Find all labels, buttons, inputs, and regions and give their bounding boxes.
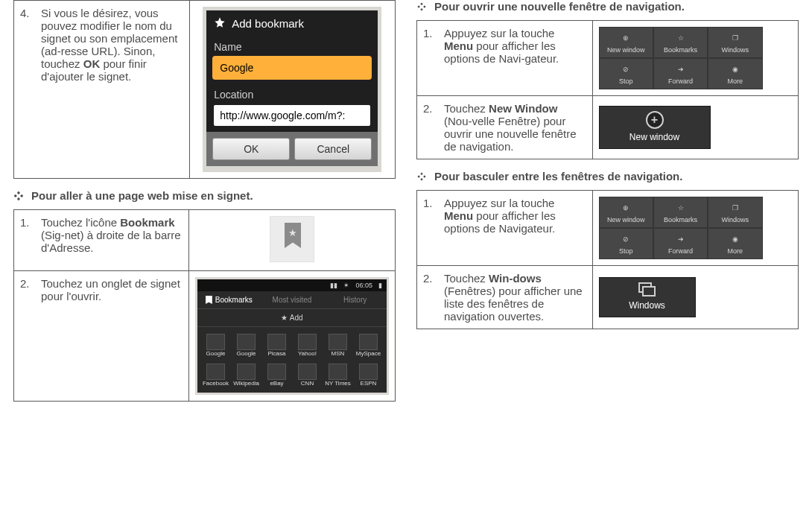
bookmarks-screen: ▮▮ ✶ 06:05 ▮ Bookmarks Most visited Hist… bbox=[195, 277, 389, 395]
a1-text-cell: 1. Appuyez sur la touche Menu pour affic… bbox=[417, 21, 593, 96]
status-bar: ▮▮ ✶ 06:05 ▮ bbox=[197, 279, 387, 291]
menu-forward[interactable]: ➔Forward bbox=[653, 228, 708, 259]
step4-text-cell: 4. Si vous le désirez, vous pouvez modif… bbox=[14, 1, 190, 179]
plus-circle-icon: ⊕ bbox=[620, 32, 632, 44]
more-icon: ◉ bbox=[729, 233, 741, 245]
name-field[interactable]: Google bbox=[214, 57, 370, 78]
table-new-window: 1. Appuyez sur la touche Menu pour affic… bbox=[416, 20, 799, 159]
windows-icon: ❐ bbox=[729, 32, 741, 44]
stop-icon: ⊘ bbox=[620, 63, 632, 75]
bookmark-tabs: Bookmarks Most visited History bbox=[197, 291, 387, 308]
dialog-titlebar: Add bookmark bbox=[206, 10, 378, 37]
heading-goto-bookmark: Pour aller à une page web mise en signet… bbox=[13, 189, 396, 202]
plus-circle-icon: ⊕ bbox=[620, 202, 632, 214]
a1-text: Appuyez sur la touche Menu pour afficher… bbox=[444, 27, 586, 65]
right-column: Pour ouvrir une nouvelle fenêtre de navi… bbox=[416, 0, 799, 402]
dialog-button-row: OK Cancel bbox=[206, 132, 378, 166]
bookmark-tile[interactable]: Facebook bbox=[202, 361, 229, 388]
menu-windows[interactable]: ❐Windows bbox=[708, 197, 762, 228]
step-number: 2. bbox=[20, 277, 34, 302]
step-number: 2. bbox=[423, 272, 437, 323]
bookmark-icon[interactable]: ★ bbox=[270, 216, 314, 262]
bookmark-icon: ☆ bbox=[675, 32, 687, 44]
windows-button[interactable]: Windows bbox=[599, 277, 696, 317]
bookmark-tile[interactable]: MySpace bbox=[355, 332, 382, 358]
b2-image-cell: Windows bbox=[592, 266, 798, 329]
a2-text: Touchez New Window (Nou-velle Fenêtre) p… bbox=[444, 102, 586, 153]
a1-image-cell: ⊕New window ☆Bookmarks ❐Windows ⊘Stop ➔F… bbox=[592, 21, 798, 96]
arrow-right-icon: ➔ bbox=[675, 63, 687, 75]
menu-more[interactable]: ◉More bbox=[708, 58, 762, 89]
windows-label: Windows bbox=[629, 300, 665, 311]
star-icon bbox=[214, 16, 226, 31]
bookmarks-grid: Google Google Picasa Yahoo! MSN MySpace … bbox=[197, 327, 387, 393]
s1-text: Touchez l'icône Bookmark (Sig-net) à dro… bbox=[41, 216, 183, 254]
menu-windows[interactable]: ❐Windows bbox=[708, 27, 762, 58]
tab-history[interactable]: History bbox=[323, 291, 387, 308]
b1-image-cell: ⊕New window ☆Bookmarks ❐Windows ⊘Stop ➔F… bbox=[592, 191, 798, 266]
step-number: 1. bbox=[20, 216, 34, 254]
s2-text-cell: 2. Touchez un onglet de signet pour l'ou… bbox=[14, 271, 189, 402]
diamond-icon bbox=[416, 1, 427, 12]
arrow-right-icon: ➔ bbox=[675, 233, 687, 245]
plus-circle-icon: + bbox=[646, 111, 664, 129]
heading-text: Pour aller à une page web mise en signet… bbox=[31, 189, 253, 202]
bookmark-tile[interactable]: Google bbox=[232, 332, 260, 358]
heading-switch-windows: Pour basculer entre les fenêtres de navi… bbox=[416, 170, 799, 183]
menu-forward[interactable]: ➔Forward bbox=[653, 58, 708, 89]
add-bookmark-dialog: Add bookmark Name Google Location http:/… bbox=[203, 7, 381, 172]
name-label: Name bbox=[206, 37, 378, 54]
menu-bookmarks[interactable]: ☆Bookmarks bbox=[653, 197, 708, 228]
heading-text: Pour basculer entre les fenêtres de navi… bbox=[434, 170, 682, 183]
tab-most-visited[interactable]: Most visited bbox=[261, 291, 324, 308]
stop-icon: ⊘ bbox=[620, 233, 632, 245]
new-window-button[interactable]: + New window bbox=[599, 106, 711, 149]
bookmark-tile[interactable]: eBay bbox=[263, 361, 291, 388]
more-icon: ◉ bbox=[729, 63, 741, 75]
table-goto-bookmark: 1. Touchez l'icône Bookmark (Sig-net) à … bbox=[13, 209, 396, 402]
b1-text: Appuyez sur la touche Menu pour afficher… bbox=[444, 197, 586, 235]
menu-stop[interactable]: ⊘Stop bbox=[599, 228, 653, 259]
cancel-button[interactable]: Cancel bbox=[294, 138, 372, 160]
status-time: 06:05 bbox=[355, 282, 372, 289]
menu-new-window[interactable]: ⊕New window bbox=[599, 27, 653, 58]
s1-text-cell: 1. Touchez l'icône Bookmark (Sig-net) à … bbox=[14, 210, 189, 271]
a2-image-cell: + New window bbox=[592, 96, 798, 159]
bookmark-tile[interactable]: MSN bbox=[324, 332, 352, 358]
b1-text-cell: 1. Appuyez sur la touche Menu pour affic… bbox=[417, 191, 593, 266]
browser-menu: ⊕New window ☆Bookmarks ❐Windows ⊘Stop ➔F… bbox=[599, 27, 763, 89]
menu-more[interactable]: ◉More bbox=[708, 228, 762, 259]
new-window-label: New window bbox=[629, 132, 679, 142]
bookmark-tile[interactable]: Wikipedia bbox=[232, 361, 260, 388]
table-switch-windows: 1. Appuyez sur la touche Menu pour affic… bbox=[416, 190, 799, 329]
a2-text-cell: 2. Touchez New Window (Nou-velle Fenêtre… bbox=[417, 96, 593, 159]
bookmark-tile[interactable]: NY Times bbox=[324, 361, 352, 388]
bookmark-tile[interactable]: ESPN bbox=[355, 361, 382, 388]
bookmark-tile[interactable]: Picasa bbox=[263, 332, 291, 358]
s2-text: Touchez un onglet de signet pour l'ouvri… bbox=[41, 277, 183, 302]
left-column: 4. Si vous le désirez, vous pouvez modif… bbox=[13, 0, 396, 402]
menu-bookmarks[interactable]: ☆Bookmarks bbox=[653, 27, 708, 58]
tab-bookmarks[interactable]: Bookmarks bbox=[197, 291, 261, 308]
diamond-icon bbox=[13, 191, 24, 201]
menu-new-window[interactable]: ⊕New window bbox=[599, 197, 653, 228]
bookmark-tile[interactable]: CNN bbox=[294, 361, 321, 388]
heading-text: Pour ouvrir une nouvelle fenêtre de navi… bbox=[434, 0, 685, 13]
table-modify-bookmark: 4. Si vous le désirez, vous pouvez modif… bbox=[13, 0, 396, 179]
s2-image-cell: ▮▮ ✶ 06:05 ▮ Bookmarks Most visited Hist… bbox=[189, 271, 396, 402]
s1-image-cell: ★ bbox=[189, 210, 396, 271]
browser-menu: ⊕New window ☆Bookmarks ❐Windows ⊘Stop ➔F… bbox=[599, 197, 763, 259]
step-number: 1. bbox=[423, 27, 437, 65]
bookmark-tile[interactable]: Yahoo! bbox=[294, 332, 321, 358]
signal-icon: ▮▮ bbox=[330, 282, 337, 289]
menu-stop[interactable]: ⊘Stop bbox=[599, 58, 653, 89]
battery-icon: ▮ bbox=[378, 282, 382, 289]
wifi-icon: ✶ bbox=[343, 282, 349, 289]
heading-new-window: Pour ouvrir une nouvelle fenêtre de navi… bbox=[416, 0, 799, 13]
ok-button[interactable]: OK bbox=[212, 138, 290, 160]
location-field[interactable]: http://www.google.com/m?: bbox=[214, 105, 370, 126]
b2-text: Touchez Win-dows (Fenêtres) pour affiche… bbox=[444, 272, 586, 323]
bookmark-tile[interactable]: Google bbox=[202, 332, 229, 358]
add-bookmark-row[interactable]: ★ Add bbox=[197, 308, 387, 327]
dialog-title: Add bookmark bbox=[232, 17, 304, 30]
